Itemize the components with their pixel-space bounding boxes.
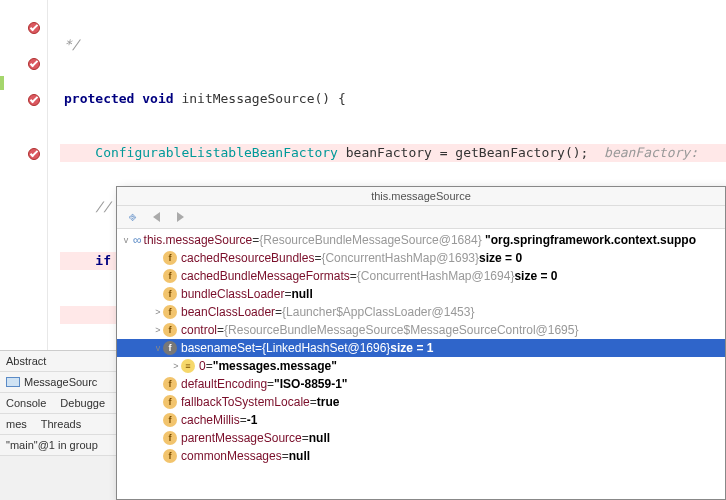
- tree-node[interactable]: fparentMessageSource = null: [117, 429, 725, 447]
- tree-node[interactable]: >fbeanClassLoader = {Launcher$AppClassLo…: [117, 303, 725, 321]
- tab-console[interactable]: Console: [6, 397, 46, 409]
- tree-node[interactable]: >≡0 = "messages.message": [117, 357, 725, 375]
- tab-threads[interactable]: Threads: [41, 418, 81, 430]
- expand-icon[interactable]: >: [171, 361, 181, 371]
- field-badge-icon: f: [163, 287, 177, 301]
- expand-icon[interactable]: >: [153, 325, 163, 335]
- popup-title: this.messageSource: [117, 187, 725, 206]
- tree-node[interactable]: vfbasenameSet = {LinkedHashSet@1696} siz…: [117, 339, 725, 357]
- field-badge-icon: f: [163, 341, 177, 355]
- field-badge-icon: f: [163, 431, 177, 445]
- code-line: */: [60, 36, 726, 54]
- tab-debugger[interactable]: Debugge: [60, 397, 105, 409]
- tree-node[interactable]: >fcontrol = {ResourceBundleMessageSource…: [117, 321, 725, 339]
- tree-node[interactable]: fcommonMessages = null: [117, 447, 725, 465]
- code-line: protected void initMessageSource() {: [60, 90, 726, 108]
- back-icon[interactable]: [149, 210, 163, 224]
- field-badge-icon: f: [163, 377, 177, 391]
- field-badge-icon: f: [163, 269, 177, 283]
- field-badge-icon: ≡: [181, 359, 195, 373]
- field-badge-icon: f: [163, 323, 177, 337]
- tree-node[interactable]: fcachedResourceBundles = {ConcurrentHash…: [117, 249, 725, 267]
- forward-icon[interactable]: [173, 210, 187, 224]
- tree-node[interactable]: fcachedBundleMessageFormats = {Concurren…: [117, 267, 725, 285]
- expand-icon[interactable]: v: [153, 343, 163, 353]
- infinity-icon: ∞: [133, 233, 142, 247]
- popup-toolbar: ⎆: [117, 206, 725, 229]
- field-badge-icon: f: [163, 395, 177, 409]
- field-badge-icon: f: [163, 449, 177, 463]
- tree-node[interactable]: fcacheMillis = -1: [117, 411, 725, 429]
- expand-icon[interactable]: >: [153, 307, 163, 317]
- field-badge-icon: f: [163, 251, 177, 265]
- tree-root[interactable]: v ∞ this.messageSource = {ResourceBundle…: [117, 231, 725, 249]
- field-badge-icon: f: [163, 305, 177, 319]
- field-badge-icon: f: [163, 413, 177, 427]
- tree-node[interactable]: fbundleClassLoader = null: [117, 285, 725, 303]
- code-line: ConfigurableListableBeanFactory beanFact…: [60, 144, 726, 162]
- expand-icon[interactable]: v: [121, 235, 131, 245]
- change-marker: [0, 76, 4, 90]
- tab-frames[interactable]: mes: [6, 418, 27, 430]
- file-icon: [6, 377, 20, 387]
- tree-node[interactable]: fdefaultEncoding = "ISO-8859-1": [117, 375, 725, 393]
- tree-node[interactable]: ffallbackToSystemLocale = true: [117, 393, 725, 411]
- variable-tree[interactable]: v ∞ this.messageSource = {ResourceBundle…: [117, 229, 725, 467]
- link-icon[interactable]: ⎆: [125, 210, 139, 224]
- debug-inspect-popup[interactable]: this.messageSource ⎆ v ∞ this.messageSou…: [116, 186, 726, 500]
